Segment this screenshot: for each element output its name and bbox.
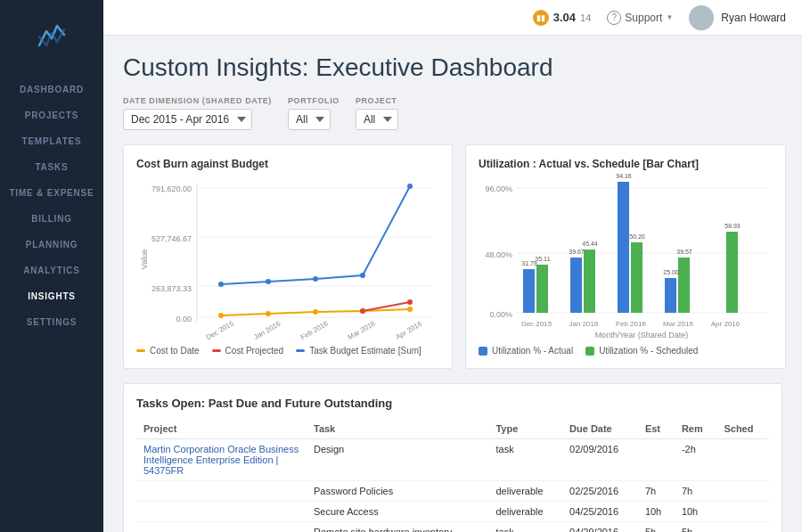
- legend-cost-projected: Cost Projected: [212, 346, 284, 356]
- svg-point-1: [692, 22, 710, 30]
- support-label: Support: [625, 12, 662, 24]
- col-sched: Sched: [716, 419, 769, 439]
- topbar: ▮▮ 3.04 14 ? Support ▼ Ryan Howard: [103, 0, 802, 36]
- task-budget-label: Task Budget Estimate [Sum]: [309, 346, 421, 356]
- table-row: Password Policies deliverable 02/25/2016…: [136, 481, 769, 502]
- cell-due-date: 04/29/2016: [562, 522, 638, 533]
- utilization-title: Utilization : Actual vs. Schedule [Bar C…: [479, 158, 773, 170]
- svg-text:25.00: 25.00: [663, 269, 679, 275]
- svg-text:39.57: 39.57: [676, 249, 692, 255]
- sidebar-item-settings[interactable]: SETTINGS: [0, 309, 103, 335]
- sidebar-item-tasks[interactable]: TASKS: [0, 154, 103, 180]
- sidebar-item-billing[interactable]: BILLING: [0, 206, 103, 232]
- tasks-table-title: Tasks Open: Past Due and Future Outstand…: [136, 397, 769, 410]
- sidebar-item-time-expense[interactable]: TIME & EXPENSE: [0, 180, 103, 206]
- portfolio-filter-select[interactable]: All: [288, 109, 331, 130]
- main-area: ▮▮ 3.04 14 ? Support ▼ Ryan Howard Custo…: [103, 0, 802, 532]
- svg-rect-43: [618, 182, 629, 313]
- project-filter-label: PROJECT: [356, 96, 398, 105]
- sidebar: DASHBOARD PROJECTS TEMPLATES TASKS TIME …: [0, 0, 103, 532]
- svg-text:Apr 2016: Apr 2016: [394, 320, 423, 341]
- sidebar-item-planning[interactable]: PLANNING: [0, 232, 103, 258]
- user-menu[interactable]: Ryan Howard: [689, 5, 786, 30]
- cell-project: [136, 502, 307, 522]
- svg-text:Value: Value: [140, 250, 149, 269]
- actual-dot: [479, 347, 487, 356]
- cell-due-date: 04/25/2016: [562, 502, 638, 522]
- cell-type: deliverable: [488, 481, 562, 502]
- col-due-date: Due Date: [562, 419, 638, 439]
- svg-text:Apr 2016: Apr 2016: [711, 320, 741, 328]
- cell-task: Design: [307, 439, 488, 481]
- charts-row: Cost Burn against Budget 791,620.00 527,…: [123, 144, 782, 369]
- col-task: Task: [307, 419, 488, 439]
- date-filter-group: DATE DIMENSION (SHARED DATE) Dec 2015 - …: [123, 96, 272, 130]
- svg-text:39.67: 39.67: [569, 249, 585, 255]
- cost-projected-dot: [212, 349, 221, 352]
- col-project: Project: [136, 419, 307, 439]
- date-filter-select[interactable]: Dec 2015 - Apr 2016: [123, 109, 252, 130]
- cell-sched: [716, 481, 769, 502]
- svg-text:48.00%: 48.00%: [485, 250, 512, 259]
- svg-rect-36: [536, 265, 548, 313]
- cell-project: [136, 481, 307, 502]
- scheduled-dot: [585, 347, 594, 356]
- col-rem: Rem: [675, 419, 717, 439]
- cell-type: task: [488, 522, 562, 533]
- table-row: Secure Access deliverable 04/25/2016 10h…: [136, 502, 769, 522]
- sidebar-item-projects[interactable]: PROJECTS: [0, 102, 103, 128]
- cell-project: Martin Corporation Oracle Business Intel…: [136, 439, 307, 481]
- cell-sched: [716, 502, 769, 522]
- cell-est: [638, 439, 675, 481]
- sidebar-item-templates[interactable]: TEMPLATES: [0, 128, 103, 154]
- sidebar-item-dashboard[interactable]: DASHBOARD: [0, 77, 103, 102]
- svg-text:Mar 2016: Mar 2016: [347, 319, 377, 341]
- cell-sched: [716, 439, 769, 481]
- svg-text:0.00: 0.00: [176, 315, 192, 323]
- project-filter-select[interactable]: All: [356, 109, 398, 130]
- svg-text:45.44: 45.44: [582, 241, 598, 247]
- svg-text:58.93: 58.93: [724, 223, 741, 229]
- project-filter-group: PROJECT All: [356, 96, 398, 130]
- svg-point-0: [696, 9, 707, 20]
- svg-rect-48: [678, 258, 690, 313]
- app-logo: [28, 12, 76, 61]
- svg-text:Feb 2016: Feb 2016: [299, 319, 330, 341]
- cell-due-date: 02/09/2016: [562, 439, 638, 481]
- svg-rect-39: [570, 258, 582, 313]
- col-est: Est: [638, 419, 675, 439]
- legend-scheduled: Utilization % - Scheduled: [585, 346, 698, 356]
- svg-rect-44: [631, 242, 642, 313]
- svg-point-28: [407, 184, 413, 189]
- avatar: [689, 5, 714, 30]
- svg-point-27: [360, 273, 365, 278]
- cost-burn-title: Cost Burn against Budget: [136, 158, 439, 170]
- svg-point-24: [218, 282, 224, 287]
- support-link[interactable]: ? Support ▼: [607, 11, 673, 25]
- timer-pause-icon[interactable]: ▮▮: [533, 10, 549, 26]
- cell-task: Password Policies: [307, 481, 488, 502]
- sidebar-item-analytics[interactable]: ANALYTICS: [0, 258, 103, 283]
- cost-burn-svg: 791,620.00 527,746.67 263,873.33 0.00 De…: [136, 179, 439, 335]
- svg-text:527,746.67: 527,746.67: [151, 234, 192, 243]
- utilization-legend: Utilization % - Actual Utilization % - S…: [479, 346, 773, 356]
- cost-to-date-label: Cost to Date: [150, 346, 200, 356]
- sidebar-item-insights[interactable]: INSIGHTS: [0, 283, 103, 309]
- svg-point-19: [313, 309, 318, 315]
- svg-point-21: [407, 307, 413, 312]
- svg-text:Mar 2016: Mar 2016: [663, 320, 693, 328]
- support-chevron-icon: ▼: [666, 13, 673, 21]
- svg-point-22: [360, 308, 365, 314]
- cell-type: deliverable: [488, 502, 562, 522]
- task-budget-dot: [296, 349, 305, 352]
- svg-text:Jan 2016: Jan 2016: [569, 320, 599, 328]
- svg-text:Feb 2016: Feb 2016: [616, 320, 646, 328]
- utilization-chart-card: Utilization : Actual vs. Schedule [Bar C…: [465, 144, 786, 369]
- svg-point-18: [266, 311, 271, 316]
- user-name: Ryan Howard: [721, 12, 786, 24]
- cell-due-date: 02/25/2016: [562, 481, 638, 502]
- cell-est: 5h: [638, 522, 675, 533]
- date-filter-label: DATE DIMENSION (SHARED DATE): [123, 96, 272, 105]
- actual-label: Utilization % - Actual: [492, 346, 573, 356]
- svg-text:Dec 2015: Dec 2015: [205, 319, 236, 341]
